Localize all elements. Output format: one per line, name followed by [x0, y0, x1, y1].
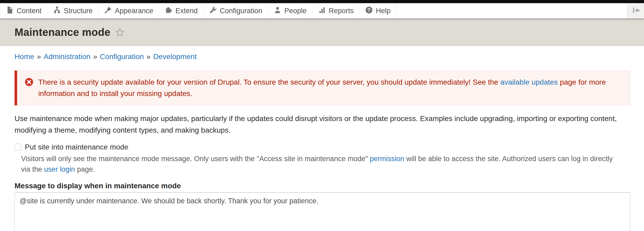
security-update-error-message: There is a security update available for…: [15, 70, 630, 105]
main-content: Home»Administration»Configuration»Develo…: [0, 46, 644, 231]
maintenance-mode-checkbox-label[interactable]: Put site into maintenance mode: [25, 143, 128, 151]
available-updates-link[interactable]: available updates: [500, 78, 558, 86]
toolbar-item-help[interactable]: ? Help: [359, 3, 396, 18]
breadcrumb-separator: »: [93, 52, 97, 61]
toolbar-item-extend[interactable]: Extend: [159, 3, 203, 18]
reports-barchart-icon: [318, 6, 326, 16]
breadcrumb-separator: »: [146, 52, 151, 61]
toolbar-item-structure[interactable]: Structure: [48, 3, 99, 18]
toolbar-item-label: Appearance: [115, 7, 153, 15]
toolbar-item-label: Structure: [64, 7, 93, 15]
breadcrumb: Home»Administration»Configuration»Develo…: [15, 52, 630, 61]
admin-toolbar: Content Structure Appearance Extend Conf…: [0, 3, 644, 18]
description-part1: Visitors will only see the maintenance m…: [21, 155, 370, 163]
breadcrumb-separator: »: [37, 52, 41, 61]
people-person-icon: [273, 6, 281, 16]
toolbar-item-label: Configuration: [220, 7, 262, 15]
maintenance-mode-checkbox[interactable]: [15, 144, 21, 151]
error-circle-x-icon: [25, 78, 34, 99]
breadcrumb-link-development[interactable]: Development: [153, 52, 197, 61]
breadcrumb-link-home[interactable]: Home: [15, 52, 34, 61]
toolbar-item-label: Help: [376, 7, 391, 15]
message-field-label: Message to display when in maintenance m…: [15, 182, 630, 190]
appearance-paintbrush-icon: [104, 6, 112, 16]
help-question-icon: ?: [365, 6, 373, 16]
content-file-icon: [6, 6, 14, 16]
toolbar-item-appearance[interactable]: Appearance: [98, 3, 159, 18]
toolbar-item-people[interactable]: People: [268, 3, 312, 18]
page-header: Maintenance mode: [0, 18, 644, 46]
toolbar-item-label: Content: [17, 7, 42, 15]
error-text-before: There is a security update available for…: [38, 78, 500, 86]
maintenance-mode-intro-text: Use maintenance mode when making major u…: [15, 113, 629, 136]
svg-text:?: ?: [368, 7, 371, 13]
toolbar-item-label: People: [284, 7, 306, 15]
toolbar-item-content[interactable]: Content: [0, 3, 48, 18]
maintenance-mode-checkbox-row: Put site into maintenance mode: [15, 143, 630, 151]
breadcrumb-link-administration[interactable]: Administration: [44, 52, 90, 61]
toolbar-item-label: Reports: [329, 7, 354, 15]
toolbar-item-configuration[interactable]: Configuration: [203, 3, 268, 18]
structure-sitemap-icon: [53, 6, 61, 16]
extend-puzzle-icon: [165, 6, 173, 16]
maintenance-mode-description: Visitors will only see the maintenance m…: [15, 153, 622, 175]
maintenance-message-textarea[interactable]: @site is currently under maintenance. We…: [15, 192, 630, 231]
error-message-text: There is a security update available for…: [38, 76, 623, 99]
permission-link[interactable]: permission: [370, 155, 404, 163]
top-black-bar: [0, 0, 644, 3]
configuration-wrench-icon: [209, 6, 217, 16]
page-title: Maintenance mode: [15, 26, 110, 38]
breadcrumb-link-configuration[interactable]: Configuration: [100, 52, 144, 61]
toolbar-collapse-button[interactable]: [627, 3, 644, 18]
toolbar-item-reports[interactable]: Reports: [312, 3, 360, 18]
description-part3: page.: [75, 165, 95, 173]
toolbar-item-label: Extend: [176, 7, 198, 15]
user-login-link[interactable]: user login: [44, 165, 75, 173]
star-outline-icon[interactable]: [115, 28, 125, 37]
collapse-left-icon: [631, 6, 640, 16]
